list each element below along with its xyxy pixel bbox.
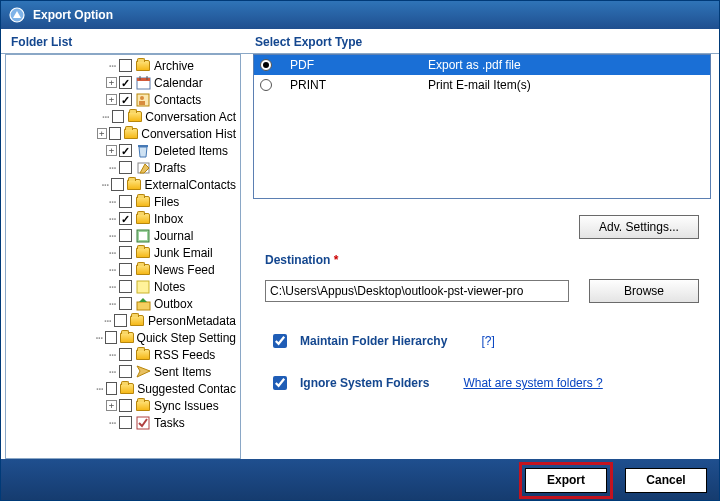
tree-checkbox[interactable] bbox=[119, 93, 132, 106]
notes-icon bbox=[135, 279, 151, 295]
tree-node[interactable]: ⋯Inbox bbox=[8, 210, 236, 227]
tree-elbow-icon: ⋯ bbox=[106, 229, 119, 243]
tree-elbow-icon: ⋯ bbox=[106, 280, 119, 294]
tree-node[interactable]: ⋯Conversation Act bbox=[8, 108, 236, 125]
tree-elbow-icon: ⋯ bbox=[106, 416, 119, 430]
contacts-icon bbox=[135, 92, 151, 108]
tree-checkbox[interactable] bbox=[119, 246, 132, 259]
tree-checkbox[interactable] bbox=[106, 382, 118, 395]
calendar-icon bbox=[135, 75, 151, 91]
tree-checkbox[interactable] bbox=[119, 195, 132, 208]
export-button[interactable]: Export bbox=[525, 468, 607, 493]
tree-checkbox[interactable] bbox=[119, 365, 132, 378]
tree-node[interactable]: +Calendar bbox=[8, 74, 236, 91]
expander-icon[interactable]: + bbox=[106, 94, 117, 105]
tree-node[interactable]: ⋯Archive bbox=[8, 57, 236, 74]
tasks-icon bbox=[135, 415, 151, 431]
tree-node[interactable]: +Deleted Items bbox=[8, 142, 236, 159]
export-type-row[interactable]: PDFExport as .pdf file bbox=[254, 55, 710, 75]
tree-node-label: Junk Email bbox=[154, 246, 213, 260]
tree-checkbox[interactable] bbox=[119, 76, 132, 89]
tree-node[interactable]: ⋯RSS Feeds bbox=[8, 346, 236, 363]
tree-node[interactable]: +Contacts bbox=[8, 91, 236, 108]
tree-checkbox[interactable] bbox=[119, 297, 132, 310]
folder-icon bbox=[120, 330, 134, 346]
maintain-hierarchy-label: Maintain Folder Hierarchy bbox=[300, 334, 447, 348]
tree-node-label: RSS Feeds bbox=[154, 348, 215, 362]
tree-checkbox[interactable] bbox=[109, 127, 121, 140]
maintain-hierarchy-help-link[interactable]: [?] bbox=[481, 334, 494, 348]
tree-elbow-icon: ⋯ bbox=[100, 110, 112, 124]
expander-icon[interactable]: + bbox=[106, 77, 117, 88]
expander-icon[interactable]: + bbox=[97, 128, 107, 139]
expander-icon[interactable]: + bbox=[106, 145, 117, 156]
tree-node[interactable]: ⋯News Feed bbox=[8, 261, 236, 278]
export-type-name: PRINT bbox=[290, 78, 410, 92]
tree-checkbox[interactable] bbox=[119, 161, 132, 174]
tree-node-label: Suggested Contac bbox=[137, 382, 236, 396]
export-type-radio[interactable] bbox=[260, 79, 272, 91]
window-title: Export Option bbox=[33, 8, 113, 22]
folder-icon bbox=[135, 194, 151, 210]
tree-checkbox[interactable] bbox=[119, 229, 132, 242]
tree-elbow-icon: ⋯ bbox=[94, 382, 105, 396]
tree-checkbox[interactable] bbox=[119, 263, 132, 276]
cancel-button[interactable]: Cancel bbox=[625, 468, 707, 493]
tree-checkbox[interactable] bbox=[105, 331, 117, 344]
folder-tree-scroll[interactable]: ⋯Archive+Calendar+Contacts⋯Conversation … bbox=[5, 54, 241, 459]
tree-node[interactable]: ⋯Drafts bbox=[8, 159, 236, 176]
tree-node-label: Journal bbox=[154, 229, 193, 243]
tree-node[interactable]: ⋯Tasks bbox=[8, 414, 236, 431]
tree-node[interactable]: ⋯Journal bbox=[8, 227, 236, 244]
expander-icon[interactable]: + bbox=[106, 400, 117, 411]
tree-node-label: Archive bbox=[154, 59, 194, 73]
folder-list-header: Folder List bbox=[1, 29, 245, 54]
tree-checkbox[interactable] bbox=[111, 178, 123, 191]
tree-node[interactable]: ⋯Files bbox=[8, 193, 236, 210]
app-logo-icon bbox=[9, 7, 25, 23]
tree-elbow-icon: ⋯ bbox=[106, 195, 119, 209]
drafts-icon bbox=[135, 160, 151, 176]
tree-checkbox[interactable] bbox=[119, 144, 132, 157]
tree-node[interactable]: ⋯PersonMetadata bbox=[8, 312, 236, 329]
tree-node[interactable]: ⋯Junk Email bbox=[8, 244, 236, 261]
tree-node[interactable]: +Sync Issues bbox=[8, 397, 236, 414]
svg-rect-8 bbox=[138, 145, 148, 147]
export-type-radio[interactable] bbox=[260, 59, 272, 71]
adv-settings-button[interactable]: Adv. Settings... bbox=[579, 215, 699, 239]
tree-node[interactable]: ⋯Outbox bbox=[8, 295, 236, 312]
tree-checkbox[interactable] bbox=[119, 348, 132, 361]
tree-node[interactable]: ⋯Quick Step Setting bbox=[8, 329, 236, 346]
tree-node-label: Sync Issues bbox=[154, 399, 219, 413]
ignore-system-row: Ignore System Folders What are system fo… bbox=[245, 373, 719, 393]
tree-node-label: Conversation Act bbox=[145, 110, 236, 124]
tree-checkbox[interactable] bbox=[119, 212, 132, 225]
tree-checkbox[interactable] bbox=[119, 399, 132, 412]
tree-node[interactable]: ⋯Sent Items bbox=[8, 363, 236, 380]
ignore-system-checkbox[interactable] bbox=[273, 376, 287, 390]
tree-node[interactable]: +Conversation Hist bbox=[8, 125, 236, 142]
tree-node[interactable]: ⋯Notes bbox=[8, 278, 236, 295]
title-bar: Export Option bbox=[1, 1, 719, 29]
destination-input[interactable] bbox=[265, 280, 569, 302]
tree-node[interactable]: ⋯Suggested Contac bbox=[8, 380, 236, 397]
tree-node-label: ExternalContacts bbox=[145, 178, 236, 192]
maintain-hierarchy-checkbox[interactable] bbox=[273, 334, 287, 348]
tree-checkbox[interactable] bbox=[112, 110, 124, 123]
system-folders-help-link[interactable]: What are system folders ? bbox=[463, 376, 602, 390]
sent-icon bbox=[135, 364, 151, 380]
tree-elbow-icon: ⋯ bbox=[106, 59, 119, 73]
svg-rect-2 bbox=[137, 78, 150, 81]
maintain-hierarchy-row: Maintain Folder Hierarchy [?] bbox=[245, 331, 719, 351]
export-type-row[interactable]: PRINTPrint E-mail Item(s) bbox=[254, 75, 710, 95]
tree-node-label: Drafts bbox=[154, 161, 186, 175]
tree-checkbox[interactable] bbox=[114, 314, 127, 327]
tree-checkbox[interactable] bbox=[119, 280, 132, 293]
tree-node-label: Files bbox=[154, 195, 179, 209]
tree-checkbox[interactable] bbox=[119, 416, 132, 429]
browse-button[interactable]: Browse bbox=[589, 279, 699, 303]
tree-checkbox[interactable] bbox=[119, 59, 132, 72]
tree-elbow-icon: ⋯ bbox=[102, 314, 114, 328]
tree-node[interactable]: ⋯ExternalContacts bbox=[8, 176, 236, 193]
folder-icon bbox=[135, 347, 151, 363]
